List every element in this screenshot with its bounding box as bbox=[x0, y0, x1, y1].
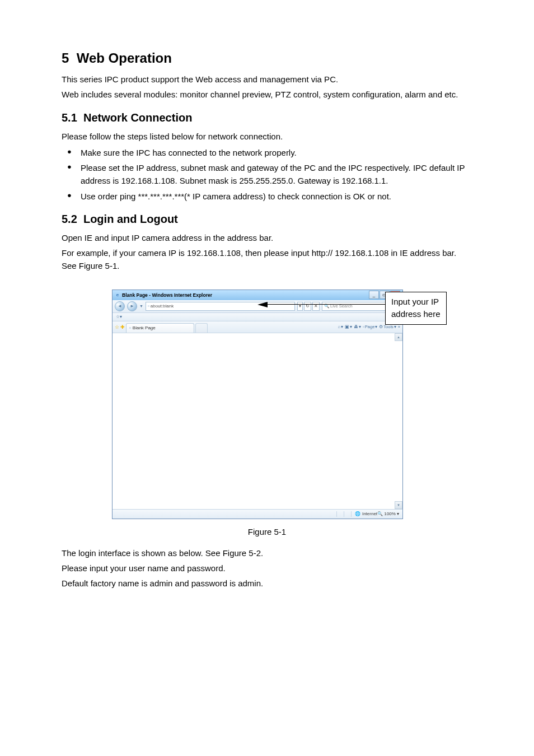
after-figure-p1: The login interface is shown as below. S… bbox=[62, 547, 472, 559]
section-title-text: Web Operation bbox=[77, 50, 172, 66]
subsection-5-1-lead: Please follow the steps listed below for… bbox=[62, 130, 472, 143]
ie-command-bar: ⌂ ▾ ▣ ▾ 🖶 ▾ ▫ Page ▾ ⚙ Tools ▾ bbox=[338, 324, 400, 329]
address-text: about:blank bbox=[151, 304, 174, 309]
after-figure-p2: Please input your user name and password… bbox=[62, 562, 472, 575]
address-right-controls: ▾ ↻ ✕ bbox=[297, 302, 320, 311]
refresh-button[interactable]: ↻ bbox=[304, 302, 311, 311]
figure-5-1-row: e Blank Page - Windows Internet Explorer… bbox=[62, 290, 472, 519]
address-dropdown[interactable]: ▾ bbox=[297, 302, 303, 311]
back-button[interactable]: ◄ bbox=[115, 301, 125, 311]
arrow-left-icon: ◄ bbox=[118, 304, 122, 309]
section-number: 5 bbox=[62, 50, 69, 66]
address-bar[interactable]: ▫ about:blank bbox=[146, 302, 295, 311]
tab-page-icon: ▫ bbox=[129, 325, 131, 330]
subsection-number: 5.1 bbox=[62, 111, 77, 124]
tab-label: Blank Page bbox=[133, 325, 156, 330]
ie-window: e Blank Page - Windows Internet Explorer… bbox=[112, 290, 403, 519]
tools-menu[interactable]: ⚙ Tools ▾ bbox=[379, 324, 396, 329]
subsection-title-text: Network Connection bbox=[83, 111, 192, 124]
arrow-right-icon: ► bbox=[130, 304, 134, 309]
links-icon[interactable]: ☆▾ bbox=[116, 314, 122, 319]
print-button[interactable]: 🖶 ▾ bbox=[354, 324, 361, 329]
ie-content-area: ▲ ▼ bbox=[113, 333, 402, 509]
subsection-title-text: Login and Logout bbox=[83, 213, 178, 225]
forward-button[interactable]: ► bbox=[127, 301, 137, 311]
callout-line bbox=[357, 304, 385, 305]
after-figure-p3: Default factory name is admin and passwo… bbox=[62, 577, 472, 590]
subsection-number: 5.2 bbox=[62, 213, 77, 225]
subsection-5-2-p2: For example, if your camera IP is 192.16… bbox=[62, 246, 472, 273]
figure-caption: Figure 5-1 bbox=[62, 527, 472, 536]
status-zoom[interactable]: 🔍 100% ▾ bbox=[377, 511, 399, 516]
gear-icon: ⚙ bbox=[379, 324, 383, 329]
list-item: Please set the IP address, subnet mask a… bbox=[62, 161, 472, 188]
page-menu[interactable]: ▫ Page ▾ bbox=[363, 324, 377, 329]
callout-arrow-icon bbox=[257, 302, 268, 307]
intro-paragraph-1: This series IPC product support the Web … bbox=[62, 73, 472, 86]
ie-status-bar: 🌐 Internet 🔍 100% ▾ bbox=[113, 509, 402, 519]
page-icon: ▫ bbox=[148, 304, 149, 309]
add-favorites-icon[interactable]: ✚ bbox=[120, 324, 125, 330]
page-menu-label: Page bbox=[365, 324, 375, 329]
document-page: 5 Web Operation This series IPC product … bbox=[0, 0, 534, 756]
subsection-5-2-p1: Open IE and input IP camera address in t… bbox=[62, 231, 472, 244]
new-tab-button[interactable] bbox=[195, 323, 208, 333]
favorites-star-icon[interactable]: ☆ bbox=[115, 324, 119, 330]
minimize-button[interactable]: _ bbox=[369, 291, 379, 299]
ie-links-bar: ☆▾ bbox=[113, 313, 402, 321]
status-separator bbox=[336, 511, 337, 517]
feeds-button[interactable]: ▣ ▾ bbox=[345, 324, 352, 329]
scroll-up-button[interactable]: ▲ bbox=[395, 333, 402, 341]
callout-text-line1: Input your IP bbox=[391, 296, 441, 309]
status-separator bbox=[344, 511, 344, 517]
callout-line bbox=[268, 304, 357, 305]
network-steps-list: Make sure the IPC has connected to the n… bbox=[62, 146, 472, 203]
globe-icon: 🌐 bbox=[355, 511, 360, 516]
subsection-heading-5-2: 5.2 Login and Logout bbox=[62, 213, 472, 226]
home-icon: ⌂ bbox=[338, 324, 341, 329]
ie-titlebar[interactable]: e Blank Page - Windows Internet Explorer… bbox=[113, 290, 402, 300]
subsection-heading-5-1: 5.1 Network Connection bbox=[62, 111, 472, 124]
stop-button[interactable]: ✕ bbox=[312, 302, 320, 311]
zoom-value: 100% bbox=[384, 511, 395, 516]
home-button[interactable]: ⌂ ▾ bbox=[338, 324, 344, 329]
list-item: Make sure the IPC has connected to the n… bbox=[62, 146, 472, 159]
scroll-down-button[interactable]: ▼ bbox=[395, 501, 402, 509]
list-item: Use order ping ***.***.***.***(* IP came… bbox=[62, 190, 472, 203]
callout-text-line2: address here bbox=[391, 308, 441, 321]
ie-window-title: Blank Page - Windows Internet Explorer bbox=[122, 292, 212, 298]
print-icon: 🖶 bbox=[354, 324, 358, 329]
ie-tab-bar: ☆ ✚ ▫ Blank Page ⌂ ▾ ▣ ▾ 🖶 ▾ bbox=[113, 321, 402, 333]
ie-logo-icon: e bbox=[115, 292, 120, 298]
section-heading: 5 Web Operation bbox=[62, 50, 472, 66]
intro-paragraph-2: Web includes several modules: monitor ch… bbox=[62, 88, 472, 101]
browser-tab[interactable]: ▫ Blank Page bbox=[126, 323, 194, 333]
rss-icon: ▣ bbox=[345, 324, 349, 329]
zoom-icon: 🔍 bbox=[377, 511, 383, 516]
status-separator bbox=[351, 511, 352, 517]
toolbar-chevron[interactable]: » bbox=[398, 324, 400, 329]
page-icon: ▫ bbox=[363, 324, 364, 329]
tools-menu-label: Tools bbox=[383, 324, 394, 329]
callout-box: Input your IP address here bbox=[385, 292, 447, 325]
status-zone: Internet bbox=[362, 511, 377, 516]
nav-history-dropdown[interactable]: ▼ bbox=[139, 304, 143, 308]
search-box[interactable]: 🔍 Live Search bbox=[322, 302, 388, 311]
